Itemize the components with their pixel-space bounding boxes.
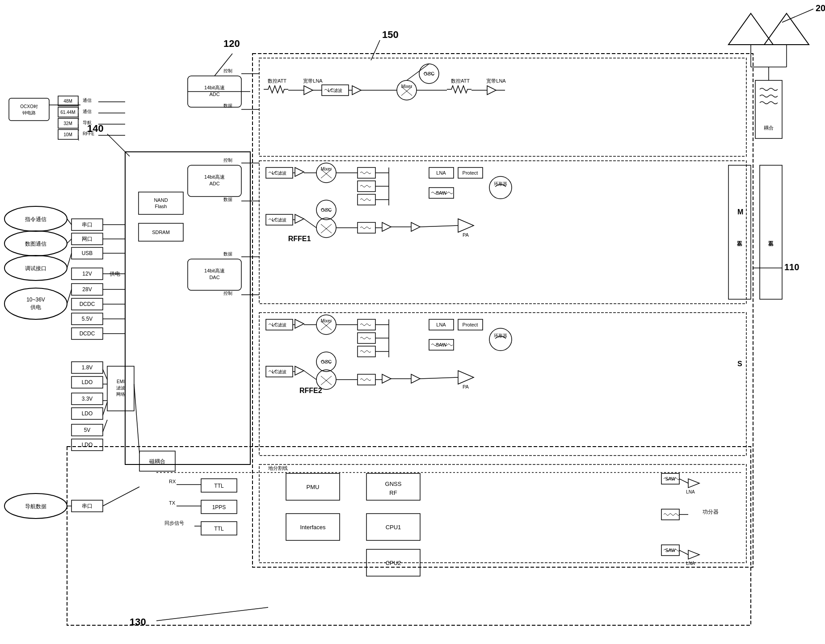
nand-flash-label: NAND (154, 197, 168, 203)
dcdc2-label: DCDC (80, 330, 95, 337)
interfaces-label: Interfaces (300, 524, 326, 531)
saw1-label: SAW (436, 190, 447, 196)
ref-120-label: 120 (223, 38, 240, 49)
lna1-label: LNA (436, 170, 446, 176)
ocxo-label: OCXO时 (20, 104, 38, 109)
freq-10m-label: 10M (63, 132, 72, 137)
ttl1-label: TTL (214, 483, 224, 489)
rx-label: RX (169, 479, 176, 484)
ldo1-label: LDO (82, 379, 93, 385)
tx-label: TX (169, 500, 176, 506)
lc-filter-r1-bot-label: LC滤波 (272, 217, 287, 222)
lc-filter-r1-top-label: LC滤波 (272, 171, 287, 176)
ref-150-label: 150 (382, 29, 399, 40)
lc-filter1-label: LC滤波 (328, 88, 343, 93)
data2-label: 数据 (223, 197, 232, 202)
dac-label: 14bit高速 (204, 268, 225, 273)
lc-filter-r2-top-label: LC滤波 (272, 322, 287, 327)
instr-comm-label: 指令通信 (25, 216, 46, 222)
ctrl3-label: 控制 (223, 291, 232, 296)
ground-split-label: 地分割线 (268, 465, 288, 471)
debug-port-label: 调试接口 (25, 265, 46, 272)
v55-label: 5.5V (82, 316, 93, 322)
emi-filter-label2: 滤波 (116, 385, 125, 390)
ref-200-label: 200 (816, 3, 825, 13)
pmu-label: PMU (307, 484, 320, 490)
pa1-label: PA (463, 232, 469, 238)
adc2-label2: ADC (209, 181, 219, 186)
v18-label: 1.8V (82, 364, 93, 371)
dkz-att2-label: 数控ATT (451, 78, 470, 84)
ldo2-label: LDO (82, 410, 93, 417)
lna4-label: LNA (686, 561, 695, 566)
data3-label: 数据 (223, 251, 232, 256)
huanjingqi1-label: 环形器 (494, 181, 507, 186)
netport-label: 网口 (82, 236, 93, 242)
svg-rect-0 (0, 0, 825, 644)
lna2-label: LNA (436, 322, 446, 327)
m-label: M (737, 208, 743, 216)
serial1-label: 串口 (82, 222, 93, 228)
saw2-label: SAW (436, 342, 447, 347)
lna-wide2-label: 宽带LNA (486, 78, 506, 84)
freq-32m-label: 32M (63, 121, 72, 126)
adc2-label: 14bit高速 (204, 174, 225, 180)
s-label: S (737, 360, 742, 368)
nand-flash-label2: Flash (155, 204, 167, 209)
nav-label: 导航 (83, 120, 92, 125)
huanjingqi2-label: 环形器 (494, 333, 507, 338)
dcdc1-label: DCDC (80, 301, 95, 307)
rffe2-label: RFFE2 (299, 387, 322, 394)
ctrl1-label: 控制 (223, 68, 232, 73)
block-diagram-svg: 200 耦合 110 150 OSC 数 (0, 0, 825, 644)
v12-label: 12V (82, 271, 92, 277)
emi-filter-label: EMI (117, 379, 125, 384)
power-supply-label: 10~36V (26, 297, 45, 303)
emi-filter-label3: 网络 (116, 392, 125, 397)
ci-ouhe-label: 磁耦合 (149, 458, 165, 464)
sdram-label: SDRAM (152, 230, 170, 235)
nav-data-label: 导航数据 (25, 503, 46, 510)
freq-6144m-label: 61.44M (60, 110, 75, 115)
cpu1-label: CPU1 (386, 524, 401, 531)
gnss-rf-label2: RF (389, 489, 397, 496)
sync-signal-label: 同步信号 (164, 520, 184, 526)
lna3-label: LNA (686, 489, 695, 494)
v28-label: 28V (82, 286, 92, 293)
data-comm-label: 数图通信 (25, 241, 46, 247)
protect2-label: Protect (463, 322, 478, 327)
pps-label: 1PPS (212, 504, 226, 510)
ocxo-label2: 钟电路 (22, 110, 36, 115)
freq-48m-label: 48M (63, 99, 72, 104)
serial2-label: 串口 (82, 503, 93, 509)
comm1-label: 通信 (83, 98, 92, 103)
ttl2-label: TTL (214, 526, 224, 532)
adc1-label2: ADC (209, 92, 219, 97)
gonglv-fen-label: 功分器 (703, 509, 719, 515)
dkz-att1-label: 数控ATT (268, 78, 286, 84)
rffe-freq-label: RFFE (83, 131, 94, 136)
dac-label2: DAC (209, 275, 219, 280)
rffe1-label: RFFE1 (288, 235, 311, 243)
comm2-label: 通信 (83, 109, 92, 114)
cpu2-label: CPU2 (386, 560, 401, 566)
gnss-rf-label: GNSS (385, 481, 402, 487)
power-supply-label2: 供电 (30, 304, 41, 310)
lna-wide1-label: 宽带LNA (303, 78, 323, 84)
coupling-label: 耦合 (764, 125, 774, 130)
v5-label: 5V (84, 427, 91, 433)
usb-label: USB (82, 250, 93, 256)
data1-label: 数据 (223, 103, 232, 108)
pa2-label: PA (463, 384, 469, 389)
v33-label: 3.3V (82, 396, 93, 402)
ref-130-label: 130 (130, 616, 146, 627)
ref-110-label: 110 (784, 262, 799, 272)
adc1-label: 14bit高速 (204, 85, 225, 90)
lc-filter-r2-bot-label: LC滤波 (272, 369, 287, 374)
diagram-container: 200 耦合 110 150 OSC 数 (0, 0, 825, 644)
protect1-label: Protect (463, 170, 478, 176)
ctrl2-label: 控制 (223, 158, 232, 163)
